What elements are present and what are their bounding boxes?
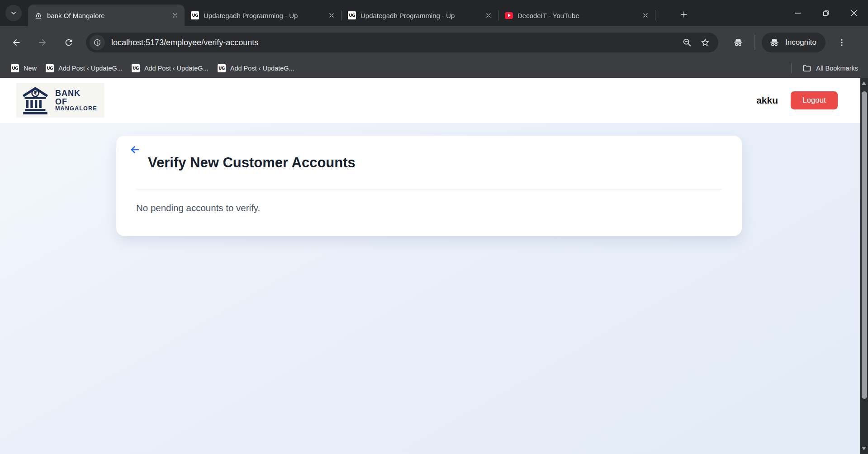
tab-decodeit-youtube[interactable]: DecodeIT - YouTube <box>498 5 655 26</box>
scroll-up-icon[interactable] <box>862 81 866 85</box>
bookmark-add-post-2[interactable]: UG Add Post ‹ UpdateG... <box>127 61 213 76</box>
folder-icon <box>802 64 811 73</box>
incognito-label: Incognito <box>785 38 816 47</box>
bookmark-label: New <box>24 65 37 72</box>
updategadh-favicon-icon: UG <box>11 64 19 72</box>
incognito-badge: Incognito <box>762 33 825 52</box>
tab-title: bank Of Mangalore <box>47 12 165 19</box>
bookmark-label: Add Post ‹ UpdateG... <box>230 65 294 72</box>
all-bookmarks-label: All Bookmarks <box>816 65 858 72</box>
tab-search-button[interactable] <box>5 5 22 21</box>
bookmark-label: Add Post ‹ UpdateG... <box>144 65 209 72</box>
window-controls <box>784 0 868 26</box>
logo-text: BANK OF MANGALORE <box>55 89 97 111</box>
updategadh-favicon-icon: UG <box>348 11 356 19</box>
close-tab-icon[interactable] <box>640 9 651 21</box>
tab-title: DecodeIT - YouTube <box>517 12 635 19</box>
tab-title: Updategadh Programming - Up <box>204 12 321 19</box>
youtube-favicon-icon <box>505 11 513 19</box>
url-text[interactable]: localhost:5173/employee/verify-accounts <box>111 38 682 47</box>
tab-separator <box>655 10 655 20</box>
logo-line-2: OF <box>55 98 97 106</box>
bookmark-add-post-1[interactable]: UG Add Post ‹ UpdateG... <box>41 61 127 76</box>
close-window-button[interactable] <box>840 0 868 26</box>
updategadh-favicon-icon: UG <box>218 64 226 72</box>
logo-line-1: BANK <box>55 89 97 97</box>
bookmark-add-post-3[interactable]: UG Add Post ‹ UpdateG... <box>213 61 299 76</box>
bank-favicon-icon <box>34 11 43 19</box>
forward-button[interactable] <box>33 33 52 52</box>
tab-updategadh-1[interactable]: UG Updategadh Programming - Up <box>185 5 341 26</box>
toolbar-divider <box>754 35 755 50</box>
tabs-container: bank Of Mangalore UG Updategadh Programm… <box>28 5 655 26</box>
reload-button[interactable] <box>59 33 79 52</box>
back-arrow-button[interactable] <box>127 142 142 157</box>
tab-strip: bank Of Mangalore UG Updategadh Programm… <box>0 0 868 26</box>
close-tab-icon[interactable] <box>169 9 181 21</box>
page-content: ₹ BANK OF MANGALORE akku Logout <box>0 78 868 454</box>
tab-bank-of-mangalore[interactable]: bank Of Mangalore <box>28 5 185 26</box>
updategadh-favicon-icon: UG <box>132 64 140 72</box>
menu-kebab-icon[interactable] <box>832 33 852 52</box>
address-bar[interactable]: localhost:5173/employee/verify-accounts <box>86 33 718 52</box>
new-tab-button[interactable] <box>677 7 691 22</box>
verify-accounts-card: Verify New Customer Accounts No pending … <box>116 136 742 236</box>
scrollbar-thumb[interactable] <box>862 91 867 399</box>
site-header: ₹ BANK OF MANGALORE akku Logout <box>0 78 860 123</box>
title-divider <box>136 189 722 189</box>
vertical-scrollbar[interactable] <box>860 78 868 454</box>
logout-button[interactable]: Logout <box>791 91 838 109</box>
updategadh-favicon-icon: UG <box>46 64 54 72</box>
tab-title: Updategadh Programming - Up <box>360 12 478 19</box>
page-title: Verify New Customer Accounts <box>148 155 356 171</box>
zoom-out-icon[interactable] <box>682 38 692 47</box>
site-info-icon[interactable] <box>90 35 105 50</box>
close-tab-icon[interactable] <box>483 9 494 21</box>
scroll-down-icon[interactable] <box>862 447 866 450</box>
bank-of-mangalore-logo: ₹ BANK OF MANGALORE <box>16 83 104 118</box>
bookmarks-bar: UG New UG Add Post ‹ UpdateG... UG Add P… <box>0 59 868 78</box>
updategadh-favicon-icon: UG <box>191 11 199 19</box>
back-button[interactable] <box>6 33 26 52</box>
tab-updategadh-2[interactable]: UG Updategadh Programming - Up <box>342 5 498 26</box>
rupee-symbol: ₹ <box>34 90 37 96</box>
close-tab-icon[interactable] <box>326 9 337 21</box>
logo-line-3: MANGALORE <box>55 106 97 112</box>
bank-building-icon: ₹ <box>21 86 50 115</box>
bookmark-new[interactable]: UG New <box>6 61 41 76</box>
username-label: akku <box>756 95 778 106</box>
bookmark-star-icon[interactable] <box>700 38 710 47</box>
minimize-button[interactable] <box>784 0 812 26</box>
chevron-down-icon <box>10 9 17 17</box>
bookmarks-divider <box>791 63 792 73</box>
empty-state-message: No pending accounts to verify. <box>136 203 260 213</box>
all-bookmarks-button[interactable]: All Bookmarks <box>799 61 862 76</box>
restore-button[interactable] <box>812 0 840 26</box>
browser-toolbar: localhost:5173/employee/verify-accounts … <box>0 26 868 59</box>
bookmark-label: Add Post ‹ UpdateG... <box>58 65 123 72</box>
extension-incognito-icon[interactable] <box>728 33 748 52</box>
incognito-hat-icon <box>769 37 780 48</box>
